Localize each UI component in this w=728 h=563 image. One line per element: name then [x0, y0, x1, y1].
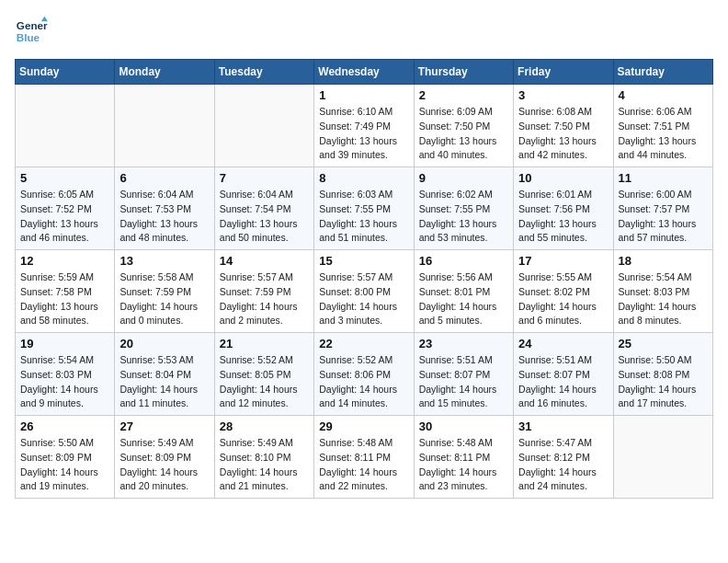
weekday-header-friday: Friday: [514, 60, 613, 85]
day-number: 1: [319, 88, 408, 102]
day-number: 29: [319, 419, 408, 433]
calendar-cell: 18Sunrise: 5:54 AMSunset: 8:03 PMDayligh…: [613, 250, 712, 333]
day-info: Sunrise: 6:04 AMSunset: 7:54 PMDaylight:…: [220, 188, 309, 246]
day-info: Sunrise: 5:57 AMSunset: 8:00 PMDaylight:…: [319, 270, 408, 328]
day-info: Sunrise: 6:03 AMSunset: 7:55 PMDaylight:…: [319, 188, 408, 246]
day-number: 21: [220, 337, 309, 350]
day-info: Sunrise: 5:54 AMSunset: 8:03 PMDaylight:…: [20, 353, 109, 411]
calendar-cell: 1Sunrise: 6:10 AMSunset: 7:49 PMDaylight…: [314, 85, 414, 167]
weekday-header-tuesday: Tuesday: [214, 60, 313, 85]
calendar-cell: 6Sunrise: 6:04 AMSunset: 7:53 PMDaylight…: [115, 167, 214, 250]
calendar-cell: 16Sunrise: 5:56 AMSunset: 8:01 PMDayligh…: [414, 250, 513, 333]
calendar-cell: 4Sunrise: 6:06 AMSunset: 7:51 PMDaylight…: [613, 85, 712, 167]
day-info: Sunrise: 6:09 AMSunset: 7:50 PMDaylight:…: [419, 105, 508, 163]
calendar-week-row: 19Sunrise: 5:54 AMSunset: 8:03 PMDayligh…: [16, 333, 713, 416]
day-number: 25: [619, 337, 708, 350]
day-number: 15: [319, 254, 408, 268]
calendar-week-row: 26Sunrise: 5:50 AMSunset: 8:09 PMDayligh…: [16, 416, 713, 499]
day-info: Sunrise: 5:49 AMSunset: 8:10 PMDaylight:…: [220, 436, 309, 494]
day-number: 22: [319, 337, 408, 350]
day-number: 27: [119, 419, 209, 433]
calendar-cell: 5Sunrise: 6:05 AMSunset: 7:52 PMDaylight…: [16, 167, 115, 250]
calendar-cell: 12Sunrise: 5:59 AMSunset: 7:58 PMDayligh…: [16, 250, 115, 333]
day-info: Sunrise: 5:52 AMSunset: 8:05 PMDaylight:…: [220, 353, 309, 411]
calendar-cell: 14Sunrise: 5:57 AMSunset: 7:59 PMDayligh…: [214, 250, 313, 333]
calendar-week-row: 5Sunrise: 6:05 AMSunset: 7:52 PMDaylight…: [16, 167, 713, 250]
calendar-cell: 20Sunrise: 5:53 AMSunset: 8:04 PMDayligh…: [115, 333, 214, 416]
calendar-cell: 19Sunrise: 5:54 AMSunset: 8:03 PMDayligh…: [16, 333, 115, 416]
calendar-cell: 3Sunrise: 6:08 AMSunset: 7:50 PMDaylight…: [514, 85, 613, 167]
day-number: 18: [619, 254, 708, 268]
day-number: 3: [518, 88, 608, 102]
day-number: 11: [619, 171, 708, 185]
calendar-cell: [115, 85, 214, 167]
calendar-cell: 22Sunrise: 5:52 AMSunset: 8:06 PMDayligh…: [314, 333, 414, 416]
calendar-cell: 21Sunrise: 5:52 AMSunset: 8:05 PMDayligh…: [214, 333, 313, 416]
calendar-cell: 7Sunrise: 6:04 AMSunset: 7:54 PMDaylight…: [214, 167, 313, 250]
calendar-cell: 24Sunrise: 5:51 AMSunset: 8:07 PMDayligh…: [514, 333, 613, 416]
day-number: 26: [20, 419, 109, 433]
calendar-cell: 2Sunrise: 6:09 AMSunset: 7:50 PMDaylight…: [414, 85, 513, 167]
calendar-cell: 31Sunrise: 5:47 AMSunset: 8:12 PMDayligh…: [514, 416, 613, 499]
day-info: Sunrise: 5:50 AMSunset: 8:08 PMDaylight:…: [619, 353, 708, 411]
day-info: Sunrise: 6:08 AMSunset: 7:50 PMDaylight:…: [518, 105, 608, 163]
logo-icon: General Blue: [15, 15, 48, 48]
day-info: Sunrise: 5:48 AMSunset: 8:11 PMDaylight:…: [419, 436, 508, 494]
day-info: Sunrise: 5:51 AMSunset: 8:07 PMDaylight:…: [419, 353, 508, 411]
day-number: 4: [619, 88, 708, 102]
calendar-table: SundayMondayTuesdayWednesdayThursdayFrid…: [15, 59, 713, 499]
day-info: Sunrise: 5:51 AMSunset: 8:07 PMDaylight:…: [518, 353, 608, 411]
day-info: Sunrise: 5:47 AMSunset: 8:12 PMDaylight:…: [518, 436, 608, 494]
day-number: 5: [20, 171, 109, 185]
day-info: Sunrise: 5:53 AMSunset: 8:04 PMDaylight:…: [119, 353, 209, 411]
day-number: 6: [119, 171, 209, 185]
day-info: Sunrise: 5:48 AMSunset: 8:11 PMDaylight:…: [319, 436, 408, 494]
day-info: Sunrise: 5:57 AMSunset: 7:59 PMDaylight:…: [220, 270, 309, 328]
calendar-cell: 30Sunrise: 5:48 AMSunset: 8:11 PMDayligh…: [414, 416, 513, 499]
weekday-header-wednesday: Wednesday: [314, 60, 414, 85]
day-info: Sunrise: 6:05 AMSunset: 7:52 PMDaylight:…: [20, 188, 109, 246]
day-info: Sunrise: 5:52 AMSunset: 8:06 PMDaylight:…: [319, 353, 408, 411]
day-info: Sunrise: 6:10 AMSunset: 7:49 PMDaylight:…: [319, 105, 408, 163]
calendar-cell: [16, 85, 115, 167]
day-info: Sunrise: 5:55 AMSunset: 8:02 PMDaylight:…: [518, 270, 608, 328]
page-header: General Blue: [15, 15, 713, 48]
day-info: Sunrise: 5:50 AMSunset: 8:09 PMDaylight:…: [20, 436, 109, 494]
calendar-cell: 27Sunrise: 5:49 AMSunset: 8:09 PMDayligh…: [115, 416, 214, 499]
day-info: Sunrise: 6:02 AMSunset: 7:55 PMDaylight:…: [419, 188, 508, 246]
day-number: 30: [419, 419, 508, 433]
day-number: 23: [419, 337, 508, 350]
calendar-cell: [613, 416, 712, 499]
day-number: 10: [518, 171, 608, 185]
day-number: 19: [20, 337, 109, 350]
day-number: 8: [319, 171, 408, 185]
calendar-cell: 26Sunrise: 5:50 AMSunset: 8:09 PMDayligh…: [16, 416, 115, 499]
calendar-cell: 11Sunrise: 6:00 AMSunset: 7:57 PMDayligh…: [613, 167, 712, 250]
day-info: Sunrise: 5:58 AMSunset: 7:59 PMDaylight:…: [119, 270, 209, 328]
weekday-header-monday: Monday: [115, 60, 214, 85]
day-info: Sunrise: 6:01 AMSunset: 7:56 PMDaylight:…: [518, 188, 608, 246]
calendar-cell: 13Sunrise: 5:58 AMSunset: 7:59 PMDayligh…: [115, 250, 214, 333]
day-number: 14: [220, 254, 309, 268]
calendar-cell: 8Sunrise: 6:03 AMSunset: 7:55 PMDaylight…: [314, 167, 414, 250]
day-info: Sunrise: 6:06 AMSunset: 7:51 PMDaylight:…: [619, 105, 708, 163]
calendar-cell: 29Sunrise: 5:48 AMSunset: 8:11 PMDayligh…: [314, 416, 414, 499]
day-number: 13: [119, 254, 209, 268]
calendar-cell: 28Sunrise: 5:49 AMSunset: 8:10 PMDayligh…: [214, 416, 313, 499]
calendar-cell: 15Sunrise: 5:57 AMSunset: 8:00 PMDayligh…: [314, 250, 414, 333]
day-info: Sunrise: 5:54 AMSunset: 8:03 PMDaylight:…: [619, 270, 708, 328]
day-number: 12: [20, 254, 109, 268]
day-info: Sunrise: 5:49 AMSunset: 8:09 PMDaylight:…: [119, 436, 209, 494]
calendar-cell: 9Sunrise: 6:02 AMSunset: 7:55 PMDaylight…: [414, 167, 513, 250]
calendar-header-row: SundayMondayTuesdayWednesdayThursdayFrid…: [16, 60, 713, 85]
day-number: 28: [220, 419, 309, 433]
calendar-week-row: 1Sunrise: 6:10 AMSunset: 7:49 PMDaylight…: [16, 85, 713, 167]
day-info: Sunrise: 6:04 AMSunset: 7:53 PMDaylight:…: [119, 188, 209, 246]
calendar-week-row: 12Sunrise: 5:59 AMSunset: 7:58 PMDayligh…: [16, 250, 713, 333]
day-number: 17: [518, 254, 608, 268]
weekday-header-thursday: Thursday: [414, 60, 513, 85]
day-number: 16: [419, 254, 508, 268]
day-info: Sunrise: 5:59 AMSunset: 7:58 PMDaylight:…: [20, 270, 109, 328]
day-number: 20: [119, 337, 209, 350]
day-info: Sunrise: 5:56 AMSunset: 8:01 PMDaylight:…: [419, 270, 508, 328]
